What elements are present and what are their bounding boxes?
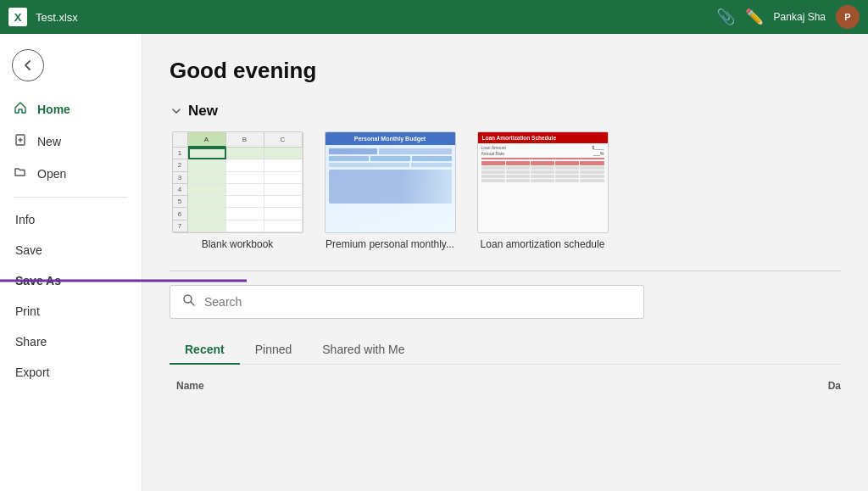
tab-pinned[interactable]: Pinned (240, 336, 308, 365)
template-blank-label: Blank workbook (202, 238, 274, 250)
sidebar-export[interactable]: Export (0, 357, 142, 388)
files-header: Name Da (170, 377, 841, 395)
tab-shared[interactable]: Shared with Me (307, 336, 420, 365)
template-loan-label: Loan amortization schedule (481, 238, 605, 250)
sidebar-item-new[interactable]: New (0, 126, 142, 158)
open-icon (14, 165, 27, 182)
title-bar: X Test.xlsx 📎 ✏️ Pankaj Sha P (0, 0, 868, 34)
content-area: Good evening New A B C (142, 34, 868, 491)
template-blank[interactable]: A B C 1 2 3 (170, 131, 305, 250)
search-input[interactable] (204, 295, 632, 309)
new-icon (14, 133, 27, 150)
files-header-date: Da (773, 380, 841, 392)
greeting: Good evening (170, 58, 841, 84)
template-premium[interactable]: Personal Monthly Budget (322, 131, 458, 250)
sidebar-divider (14, 197, 128, 198)
sidebar-item-open[interactable]: Open (0, 158, 142, 190)
tab-recent[interactable]: Recent (170, 336, 240, 365)
avatar: P (836, 5, 860, 29)
sidebar-info[interactable]: Info (0, 204, 142, 235)
sidebar-label-new: New (37, 135, 61, 148)
excel-logo: X (8, 8, 27, 26)
sidebar-print[interactable]: Print (0, 296, 142, 326)
templates-row: A B C 1 2 3 (170, 131, 841, 250)
collapse-button[interactable] (170, 104, 183, 118)
svg-line-4 (191, 302, 194, 305)
search-bar (170, 285, 644, 319)
blank-thumb: A B C 1 2 3 (172, 131, 303, 233)
loan-thumb: Loan Amortization Schedule Loan Amount $… (477, 131, 609, 233)
main-layout: Home New Open Info Save (0, 34, 868, 491)
sidebar-save[interactable]: Save (0, 235, 142, 265)
files-header-name: Name (176, 380, 773, 392)
new-section-header: New (170, 103, 841, 120)
sidebar: Home New Open Info Save (0, 34, 142, 491)
sidebar-item-home[interactable]: Home (0, 93, 142, 126)
new-section-title: New (188, 103, 218, 120)
back-button[interactable] (12, 49, 44, 81)
section-divider (170, 271, 841, 271)
template-premium-label: Premium personal monthly... (326, 238, 454, 250)
title-bar-right: 📎 ✏️ Pankaj Sha P (716, 5, 860, 29)
template-loan[interactable]: Loan Amortization Schedule Loan Amount $… (475, 131, 610, 250)
premium-thumb: Personal Monthly Budget (325, 131, 456, 233)
paperclip-icon: 📎 (716, 8, 735, 26)
sidebar-label-open: Open (37, 167, 66, 181)
sidebar-share[interactable]: Share (0, 326, 142, 357)
username-label: Pankaj Sha (774, 11, 826, 23)
pencil-icon: ✏️ (745, 8, 764, 26)
sidebar-label-home: Home (37, 103, 70, 116)
home-icon (14, 101, 27, 118)
search-icon (182, 293, 196, 310)
tabs-row: Recent Pinned Shared with Me (170, 336, 841, 365)
filename: Test.xlsx (36, 11, 78, 24)
sidebar-save-as[interactable]: Save As (0, 265, 142, 296)
